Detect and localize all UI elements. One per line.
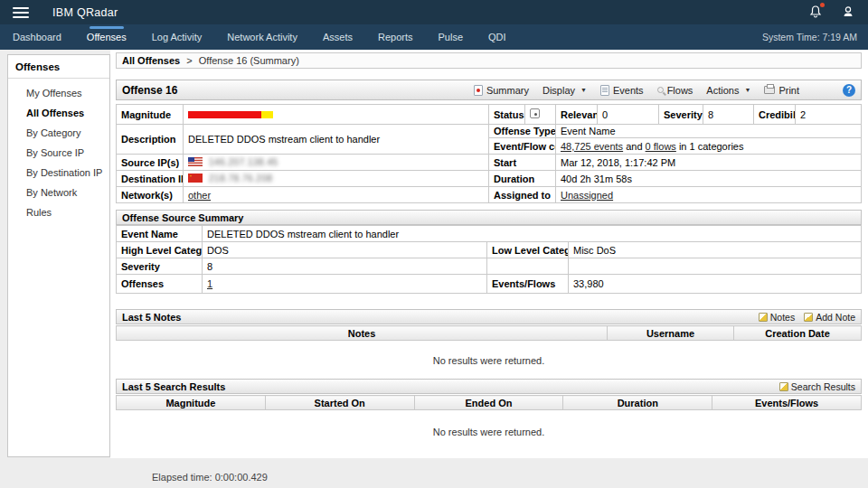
sidebar-item-my-offenses[interactable]: My Offenses [8,79,109,99]
column-header-duration[interactable]: Duration [563,396,712,410]
column-header-started-on[interactable]: Started On [265,396,414,410]
summary-label: Summary [486,85,529,96]
sidebar-item-by-category[interactable]: By Category [8,118,109,138]
help-icon[interactable]: ? [843,84,855,97]
duration-label: Duration [489,171,556,187]
event-flow-count-value: 48,725 events and 0 flows in 1 categorie… [556,138,862,155]
status-cell [525,105,556,125]
tab-label: Dashboard [13,32,61,42]
sidebar-item-all-offenses[interactable]: All Offenses [8,99,109,118]
events-flows-label: Events/Flows [487,275,569,294]
user-menu-button[interactable] [841,5,855,21]
masked-ip-text: 146.207.138.45 [209,157,278,167]
print-button[interactable]: Print [764,85,799,96]
breadcrumb-separator: > [186,55,192,66]
severity-label: Severity [659,105,703,125]
events-label: Events [613,85,644,96]
magnitude-bar-red [188,111,261,118]
section-title: Last 5 Notes [122,312,181,323]
masked-ip-text: 218.78.76.208 [209,174,272,183]
flows-count-link[interactable]: 0 flows [646,141,676,152]
severity-label: Severity [117,258,203,275]
column-header-events-flows[interactable]: Events/Flows [712,396,862,410]
offenses-value: 1 [203,275,487,294]
relevance-label: Relevance [556,105,598,125]
destination-ip-value[interactable]: 218.78.76.208 [184,171,489,187]
add-note-button[interactable]: Add Note [804,312,855,323]
actions-dropdown[interactable]: Actions ▼ [706,85,750,96]
offenses-label: Offenses [117,275,203,294]
section-title: Last 5 Search Results [122,381,225,392]
tab-pulse[interactable]: Pulse [425,24,476,50]
networks-label: Network(s) [117,187,184,203]
sidebar-title: Offenses [8,55,109,79]
column-header-creation-date[interactable]: Creation Date [734,326,862,341]
main-panel: All Offenses > Offense 16 (Summary) Offe… [110,50,868,458]
search-results-toolbar: Search Results [770,381,855,392]
destination-ip-label: Destination IP(s) [117,171,184,187]
offense-header-bar: Offense 16 Summary Display ▼ Events [116,80,862,100]
note-icon [759,313,768,322]
chevron-down-icon: ▼ [744,87,750,93]
us-flag-icon [188,157,203,168]
table-row: Severity 8 [117,258,862,275]
offense-source-summary-header: Offense Source Summary [116,210,862,225]
system-time: System Time: 7:19 AM [762,32,857,42]
sidebar-item-by-destination-ip[interactable]: By Destination IP [8,158,109,178]
offenses-count-link[interactable]: 1 [207,278,212,289]
column-header-username[interactable]: Username [608,326,734,341]
sidebar-item-rules[interactable]: Rules [8,198,109,218]
print-label: Print [778,85,799,96]
event-flow-count-label: Event/Flow count [489,138,556,155]
print-icon [764,86,775,94]
tab-log-activity[interactable]: Log Activity [139,24,215,50]
tab-network-activity[interactable]: Network Activity [214,24,310,50]
summary-button[interactable]: Summary [474,85,529,96]
notes-button[interactable]: Notes [759,312,795,323]
sidebar-item-by-source-ip[interactable]: By Source IP [8,138,109,158]
tab-assets[interactable]: Assets [310,24,365,50]
status-label: Status [489,105,525,125]
assigned-to-value: Unassigned [556,187,862,203]
top-header: IBM QRadar [0,0,868,24]
notifications-button[interactable] [808,5,823,21]
flows-button[interactable]: Flows [657,85,693,96]
app-title: IBM QRadar [52,6,118,19]
column-header-ended-on[interactable]: Ended On [414,396,563,410]
magnitude-bar-yellow [261,111,273,118]
offense-type-value: Event Name [556,125,862,138]
notes-button-label: Notes [770,312,795,323]
last-5-search-results-header: Last 5 Search Results Search Results [116,379,862,394]
tab-reports[interactable]: Reports [365,24,426,50]
offense-source-summary-table: Event Name DELETED DDOS mstream client t… [116,225,862,294]
assigned-to-label: Assigned to [489,187,556,203]
source-ip-value[interactable]: 146.207.138.45 [184,155,489,171]
source-ip-label: Source IP(s) [117,155,184,171]
assigned-to-link[interactable]: Unassigned [561,190,613,201]
tab-offenses[interactable]: Offenses [74,24,139,50]
sidebar-item-by-network[interactable]: By Network [8,178,109,198]
tab-dashboard[interactable]: Dashboard [0,24,74,50]
low-level-category-value: Misc DoS [569,242,862,258]
description-label: Description [117,125,184,155]
breadcrumb-all-offenses[interactable]: All Offenses [122,55,180,66]
high-level-category-label: High Level Category [117,242,203,258]
network-link[interactable]: other [188,190,211,201]
tab-qdi[interactable]: QDI [476,24,519,50]
display-dropdown[interactable]: Display ▼ [542,85,587,96]
events-icon [600,85,609,96]
hamburger-icon[interactable] [13,7,29,18]
events-button[interactable]: Events [600,85,644,96]
tab-label: Pulse [438,32,463,42]
events-count-link[interactable]: 48,725 events [561,141,623,152]
column-header-notes[interactable]: Notes [117,326,608,341]
tab-label: Assets [323,32,353,42]
actions-label: Actions [706,85,739,96]
search-results-button[interactable]: Search Results [779,381,855,392]
description-value: DELETED DDOS mstream client to handler [184,125,489,155]
section-title: Offense Source Summary [122,212,244,223]
chevron-down-icon: ▼ [580,87,587,93]
column-header-magnitude[interactable]: Magnitude [117,396,266,410]
search-results-label: Search Results [791,381,855,392]
offenses-sidebar: Offenses My Offenses All Offenses By Cat… [7,54,110,457]
